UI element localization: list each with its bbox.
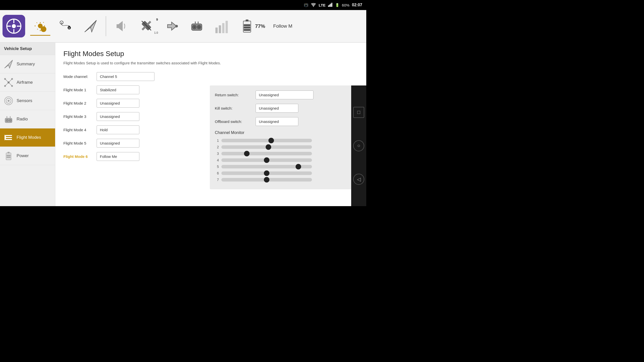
- channel-2-dot: [266, 144, 271, 150]
- offboard-switch-select[interactable]: Unassigned Channel 1 Channel 2 Channel 3…: [256, 117, 298, 126]
- channel-1-num: 1: [215, 139, 219, 143]
- svg-text:B: B: [68, 27, 70, 29]
- svg-rect-37: [244, 29, 250, 31]
- vibrate-icon: 📳: [304, 3, 308, 7]
- svg-rect-3: [330, 4, 331, 7]
- channel-7-num: 7: [215, 178, 219, 182]
- channel-row-3: 3: [215, 152, 353, 156]
- svg-rect-34: [246, 20, 248, 21]
- svg-rect-60: [5, 139, 12, 140]
- flight-mode-3-select[interactable]: Unassigned Stabilized Acro Altitude Hold…: [97, 112, 139, 121]
- battery-percent: 60%: [342, 3, 349, 7]
- channel-4-track: [221, 158, 312, 162]
- nav-square-button[interactable]: □: [353, 107, 364, 118]
- channel-5-num: 5: [215, 165, 219, 169]
- app-logo[interactable]: [3, 15, 25, 37]
- svg-rect-1: [328, 5, 329, 7]
- page-description: Flight Modes Setup is used to configure …: [63, 61, 358, 65]
- return-switch-select[interactable]: Unassigned Channel 1 Channel 2 Channel 3…: [256, 90, 313, 99]
- svg-line-46: [5, 82, 9, 86]
- flight-mode-5-label: Flight Mode 5: [63, 141, 94, 145]
- return-switch-row: Return switch: Unassigned Channel 1 Chan…: [215, 90, 353, 99]
- return-switch-label: Return switch:: [215, 93, 253, 97]
- circle-icon: ○: [357, 143, 360, 149]
- battery-icon: 🔋: [335, 3, 339, 7]
- flight-modes-icon: [4, 133, 13, 142]
- satellite-button[interactable]: 9 1.0: [136, 17, 156, 36]
- kill-switch-select-wrapper: Unassigned Channel 1 Channel 2 Channel 3…: [256, 104, 298, 113]
- svg-rect-58: [5, 135, 12, 136]
- channel-2-track: [221, 145, 312, 149]
- flight-mode-6-label: Flight Mode 6: [63, 154, 94, 159]
- paper-plane-icon: [4, 60, 13, 69]
- flight-mode-6-row: Flight Mode 6 Follow Me Unassigned Stabi…: [63, 152, 202, 161]
- svg-rect-62: [8, 152, 10, 153]
- return-switch-select-wrapper: Unassigned Channel 1 Channel 2 Channel 3…: [256, 90, 313, 99]
- kill-switch-select[interactable]: Unassigned Channel 1 Channel 2 Channel 3…: [256, 104, 298, 113]
- nav-circle-button[interactable]: ○: [353, 140, 364, 151]
- kill-switch-row: Kill switch: Unassigned Channel 1 Channe…: [215, 104, 353, 113]
- svg-rect-57: [10, 116, 11, 119]
- sidebar-item-summary[interactable]: Summary: [0, 55, 55, 73]
- sidebar-label-power: Power: [17, 153, 29, 158]
- flight-mode-6-select[interactable]: Follow Me Unassigned Stabilized Acro Alt…: [97, 152, 139, 161]
- sidebar-item-radio[interactable]: Radio: [0, 110, 55, 128]
- content-area: Flight Modes Setup Flight Modes Setup is…: [55, 43, 366, 206]
- svg-rect-56: [7, 116, 7, 119]
- sidebar-item-airframe[interactable]: Airframe: [0, 73, 55, 92]
- flight-mode-1-select[interactable]: Stabilized Unassigned Acro Altitude Posi…: [97, 85, 139, 94]
- svg-point-21: [176, 25, 178, 27]
- mode-channel-label: Mode channel:: [63, 74, 94, 79]
- main-area: Vehicle Setup Summary Airframe: [0, 43, 366, 206]
- toolbar-separator: [106, 16, 106, 36]
- sidebar-item-sensors[interactable]: Sensors: [0, 92, 55, 110]
- flight-mode-2-select[interactable]: Unassigned Stabilized Acro Altitude Hold…: [97, 99, 139, 108]
- channel-5-dot: [296, 164, 301, 169]
- flight-mode-4-select[interactable]: Hold Unassigned Stabilized Acro Altitude…: [97, 125, 139, 134]
- flight-mode-2-row: Flight Mode 2 Unassigned Stabilized Acro…: [63, 99, 202, 108]
- send-button[interactable]: [80, 17, 101, 35]
- sidebar-label-airframe: Airframe: [17, 80, 33, 85]
- svg-rect-19: [142, 26, 146, 30]
- channel-1-dot: [268, 138, 274, 143]
- flight-mode-6-select-wrapper: Follow Me Unassigned Stabilized Acro Alt…: [97, 152, 139, 161]
- signal-button[interactable]: [212, 17, 232, 35]
- svg-point-26: [198, 26, 200, 28]
- svg-point-55: [10, 120, 11, 121]
- flight-mode-3-label: Flight Mode 3: [63, 114, 94, 119]
- page-title: Flight Modes Setup: [63, 50, 358, 58]
- channel-row-4: 4: [215, 158, 353, 162]
- settings-button[interactable]: [30, 17, 50, 36]
- svg-line-45: [9, 79, 12, 82]
- offboard-switch-row: Offboard switch: Unassigned Channel 1 Ch…: [215, 117, 353, 126]
- svg-rect-63: [7, 155, 11, 156]
- waypoints-button[interactable]: A B: [55, 17, 75, 35]
- nav-buttons: □ ○ ◁: [351, 85, 366, 206]
- svg-line-44: [5, 79, 9, 82]
- flight-mode-1-label: Flight Mode 1: [63, 88, 94, 92]
- channel-2-num: 2: [215, 145, 219, 149]
- battery-button[interactable]: 77%: [237, 17, 268, 35]
- flight-mode-4-label: Flight Mode 4: [63, 128, 94, 132]
- alerts-button[interactable]: [111, 17, 131, 35]
- svg-rect-27: [195, 21, 196, 24]
- sidebar-item-power[interactable]: Power: [0, 147, 55, 165]
- rc-button[interactable]: [187, 17, 207, 35]
- flight-mode-5-select[interactable]: Unassigned Stabilized Acro Altitude Hold…: [97, 139, 139, 148]
- channel-4-num: 4: [215, 158, 219, 162]
- sidebar-item-flight-modes[interactable]: Flight Modes: [0, 128, 55, 147]
- flight-mode-4-row: Flight Mode 4 Hold Unassigned Stabilized…: [63, 125, 202, 134]
- channel-row-2: 2: [215, 145, 353, 149]
- mode-channel-select[interactable]: Channel 5 Channel 1 Channel 2 Channel 3 …: [97, 72, 154, 81]
- return-button[interactable]: [162, 17, 182, 35]
- channel-row-7: 7: [215, 178, 353, 182]
- sidebar-label-radio: Radio: [17, 117, 28, 122]
- square-icon: □: [357, 109, 360, 115]
- kill-switch-label: Kill switch:: [215, 106, 253, 110]
- flight-mode-3-select-wrapper: Unassigned Stabilized Acro Altitude Hold…: [97, 112, 139, 121]
- channel-row-1: 1: [215, 139, 353, 143]
- sidebar-header: Vehicle Setup: [0, 43, 55, 55]
- follow-mode-label: Follow M: [273, 23, 292, 29]
- nav-back-button[interactable]: ◁: [353, 174, 364, 185]
- channel-monitor-title: Channel Monitor: [215, 130, 353, 135]
